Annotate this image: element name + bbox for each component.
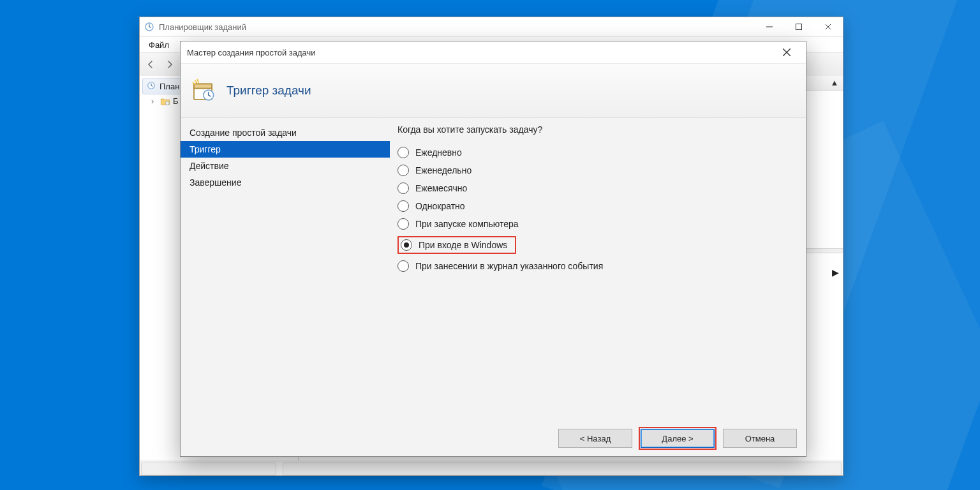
trigger-option-on-event[interactable]: При занесении в журнал указанного событи… <box>396 257 793 275</box>
horizontal-scrollbar[interactable] <box>141 463 276 475</box>
tree-root-label: План <box>160 82 179 91</box>
horizontal-scrollbar[interactable] <box>283 463 842 475</box>
maximize-button[interactable] <box>784 17 813 36</box>
radio-icon[interactable] <box>397 200 409 212</box>
radio-icon[interactable] <box>397 147 409 158</box>
radio-icon[interactable] <box>397 165 409 176</box>
trigger-option-once[interactable]: Однократно <box>396 197 793 215</box>
cancel-button[interactable]: Отмена <box>723 429 797 448</box>
radio-label: При входе в Windows <box>419 240 507 250</box>
clock-icon <box>144 21 155 33</box>
create-basic-task-wizard: Мастер создания простой задачи Триггер з… <box>180 41 806 457</box>
trigger-option-on-startup[interactable]: При запуске компьютера <box>396 215 793 233</box>
trigger-option-on-logon[interactable]: При входе в Windows <box>396 233 793 257</box>
wizard-title: Мастер создания простой задачи <box>187 48 316 57</box>
scroll-right-icon[interactable]: ▶ <box>832 267 839 278</box>
wizard-step-finish[interactable]: Завершение <box>181 174 390 191</box>
back-button[interactable]: < Назад <box>558 429 632 448</box>
wizard-content: Когда вы хотите запускать задачу? Ежедне… <box>390 118 806 420</box>
svg-rect-1 <box>796 24 802 30</box>
folder-clock-icon <box>160 97 170 106</box>
clock-icon <box>147 81 156 92</box>
menu-file[interactable]: Файл <box>144 39 174 51</box>
wizard-step-create[interactable]: Создание простой задачи <box>181 124 390 141</box>
radio-label: При запуске компьютера <box>415 219 519 229</box>
nav-forward-button[interactable] <box>161 56 178 73</box>
collapse-up-icon[interactable]: ▲ <box>829 77 840 87</box>
radio-label: Ежемесячно <box>415 183 467 193</box>
scheduled-task-icon <box>189 77 216 104</box>
trigger-option-monthly[interactable]: Ежемесячно <box>396 179 793 197</box>
radio-icon[interactable] <box>397 260 409 272</box>
annotation-highlight-box: При входе в Windows <box>397 236 516 254</box>
wizard-heading: Триггер задачи <box>226 84 311 98</box>
next-button[interactable]: Далее > <box>641 429 715 448</box>
radio-icon[interactable] <box>401 239 412 251</box>
svg-point-3 <box>166 101 169 105</box>
wizard-close-button[interactable] <box>774 43 799 62</box>
scheduler-titlebar[interactable]: Планировщик заданий <box>140 17 843 37</box>
chevron-right-icon[interactable]: › <box>151 96 158 106</box>
radio-label: Однократно <box>415 201 465 211</box>
radio-label: При занесении в журнал указанного событи… <box>415 261 603 271</box>
wizard-step-action[interactable]: Действие <box>181 158 390 174</box>
trigger-prompt: Когда вы хотите запускать задачу? <box>397 124 793 135</box>
trigger-option-daily[interactable]: Ежедневно <box>396 144 793 161</box>
wizard-step-nav: Создание простой задачи Триггер Действие… <box>181 118 390 420</box>
trigger-option-weekly[interactable]: Еженедельно <box>396 161 793 179</box>
wizard-step-trigger[interactable]: Триггер <box>181 141 390 158</box>
tree-item-label: Б <box>173 96 179 106</box>
radio-icon[interactable] <box>397 218 409 230</box>
scheduler-title: Планировщик заданий <box>159 22 246 32</box>
wizard-header: Триггер задачи <box>181 63 806 118</box>
scheduler-statusbar <box>140 461 843 475</box>
annotation-highlight-box: Далее > <box>639 427 716 450</box>
close-button[interactable] <box>813 17 843 36</box>
wizard-footer: < Назад Далее > Отмена <box>181 420 806 456</box>
radio-icon[interactable] <box>397 182 409 194</box>
radio-label: Еженедельно <box>415 165 471 175</box>
minimize-button[interactable] <box>755 17 784 36</box>
svg-rect-5 <box>194 84 212 89</box>
wizard-titlebar[interactable]: Мастер создания простой задачи <box>181 41 806 63</box>
nav-back-button[interactable] <box>142 56 159 73</box>
radio-label: Ежедневно <box>415 147 462 158</box>
